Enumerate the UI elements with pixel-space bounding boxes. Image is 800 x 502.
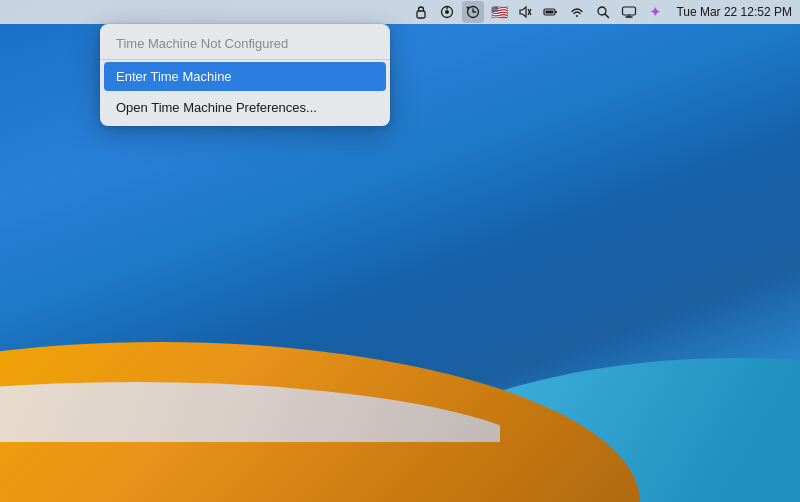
desktop: 🇺🇸 [0, 0, 800, 502]
svg-rect-0 [417, 11, 425, 18]
display-icon[interactable] [618, 1, 640, 23]
enter-time-machine-item[interactable]: Enter Time Machine [104, 62, 386, 91]
mute-icon[interactable] [514, 1, 536, 23]
time-machine-dropdown: Time Machine Not Configured Enter Time M… [100, 24, 390, 126]
flag-icon[interactable]: 🇺🇸 [488, 1, 510, 23]
battery-icon[interactable] [540, 1, 562, 23]
open-preferences-item[interactable]: Open Time Machine Preferences... [100, 93, 390, 122]
siri-icon[interactable]: ✦ [644, 1, 666, 23]
svg-point-2 [445, 10, 449, 14]
lock-icon[interactable] [410, 1, 432, 23]
menubar: 🇺🇸 [0, 0, 800, 24]
menubar-right-icons: 🇺🇸 [410, 1, 792, 23]
dropdown-title: Time Machine Not Configured [100, 28, 390, 57]
svg-rect-9 [546, 11, 554, 14]
search-icon[interactable] [592, 1, 614, 23]
svg-rect-8 [556, 11, 558, 13]
menubar-clock: Tue Mar 22 12:52 PM [676, 5, 792, 19]
menu-separator [100, 59, 390, 60]
svg-line-12 [605, 14, 609, 18]
wifi-icon[interactable] [566, 1, 588, 23]
vpn-icon[interactable] [436, 1, 458, 23]
svg-rect-13 [623, 7, 636, 15]
svg-point-10 [576, 15, 578, 17]
time-machine-menubar-icon[interactable] [462, 1, 484, 23]
